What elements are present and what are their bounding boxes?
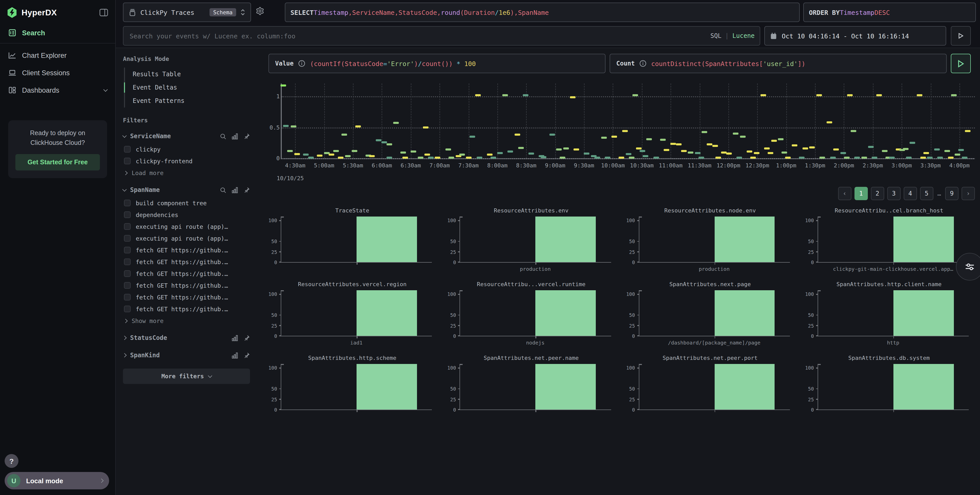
facet-chart[interactable]: SpanAttributes.net.peer.name10050250z5nr… xyxy=(444,355,618,414)
search-run-button[interactable] xyxy=(951,26,971,46)
filter-option[interactable]: fetch GET https://github.… xyxy=(123,291,250,303)
filter-option[interactable]: fetch GET https://github.… xyxy=(123,256,250,268)
pagination-page-3[interactable]: 3 xyxy=(887,187,900,200)
facet-chart[interactable]: SpanAttributes.db.system10050250clickhou… xyxy=(802,355,976,414)
schema-badge: Schema xyxy=(210,8,236,16)
search-input[interactable] xyxy=(129,32,706,40)
count-expression-input[interactable]: Count countDistinct(SpanAttributes['user… xyxy=(609,54,947,73)
data-point xyxy=(820,157,825,159)
analysis-mode-event-deltas[interactable]: Event Deltas xyxy=(125,81,250,94)
search-icon[interactable] xyxy=(220,133,226,140)
pagination-page-9[interactable]: 9 xyxy=(945,187,958,200)
facet-plot-area xyxy=(281,364,432,410)
pagination-prev[interactable]: ‹ xyxy=(838,187,851,200)
facet-chart[interactable]: SpanAttributes.http.client.name10050250h… xyxy=(802,281,976,348)
filter-option[interactable]: fetch GET https://github.… xyxy=(123,303,250,315)
checkbox[interactable] xyxy=(124,294,130,300)
checkbox[interactable] xyxy=(124,223,130,230)
facet-chart[interactable]: SpanAttributes.next.page10050250/dashboa… xyxy=(623,281,797,348)
pagination-page-1[interactable]: 1 xyxy=(854,187,868,200)
event-deltas-chart[interactable]: 00.514:30am5:00am5:30am6:00am6:30am7:00a… xyxy=(267,81,976,182)
checkbox[interactable] xyxy=(124,282,130,289)
facet-chart[interactable]: TraceState10050250 xyxy=(266,207,439,274)
value-expression-input[interactable]: Value (countIf(StatusCode='Error')/count… xyxy=(269,54,606,73)
facet-chart[interactable]: ResourceAttributes.node.env10050250produ… xyxy=(623,207,797,274)
filter-option-label: fetch GET https://github.… xyxy=(136,282,228,289)
filter-option[interactable]: executing api route (app)… xyxy=(123,221,250,232)
filter-group-header-spankind[interactable]: SpanKind xyxy=(123,348,250,362)
checkbox[interactable] xyxy=(124,211,130,218)
more-filters-button[interactable]: More filters xyxy=(123,368,250,384)
sql-mode-button[interactable]: SQL xyxy=(710,32,721,40)
pagination-page-5[interactable]: 5 xyxy=(920,187,933,200)
help-button[interactable]: ? xyxy=(5,454,18,468)
filter-group-header-statuscode[interactable]: StatusCode xyxy=(123,331,250,345)
facet-chart[interactable]: ResourceAttribu..cel.branch_host10050250… xyxy=(802,207,976,274)
get-started-button[interactable]: Get Started for Free xyxy=(15,154,100,170)
filter-option[interactable]: fetch GET https://github.… xyxy=(123,279,250,291)
facet-chart[interactable]: SpanAttributes.http.scheme10050250https xyxy=(266,355,439,414)
load-more-button[interactable]: Load more xyxy=(123,167,250,180)
checkbox[interactable] xyxy=(124,146,130,152)
checkbox[interactable] xyxy=(124,200,130,206)
filter-option-label: clickpy xyxy=(136,146,161,153)
show-more-button[interactable]: Show more xyxy=(123,315,250,328)
filter-option[interactable]: build component tree xyxy=(123,197,250,209)
filter-option[interactable]: dependencies xyxy=(123,209,250,221)
sidebar-item-search[interactable]: Search xyxy=(0,24,115,41)
gear-icon[interactable] xyxy=(256,7,264,15)
sidebar-item-dashboards[interactable]: Dashboards xyxy=(0,81,115,99)
bars-icon[interactable] xyxy=(232,335,238,341)
facet-y-tick xyxy=(279,409,281,410)
filter-group-icons xyxy=(232,335,250,341)
filter-option[interactable]: fetch GET https://github.… xyxy=(123,244,250,256)
filter-group-header-spanname[interactable]: SpanName xyxy=(123,183,250,197)
data-point xyxy=(291,126,296,128)
run-analysis-button[interactable] xyxy=(951,54,971,73)
facet-chart[interactable]: ResourceAttributes.env10050250production xyxy=(444,207,618,274)
checkbox[interactable] xyxy=(124,247,130,253)
pin-icon[interactable] xyxy=(243,133,250,140)
x-tick-label: 7:30am xyxy=(458,162,479,169)
order-by-input[interactable]: ORDER BY Timestamp DESC xyxy=(803,3,976,22)
pagination-page-4[interactable]: 4 xyxy=(904,187,917,200)
facet-chart[interactable]: ResourceAttributes.vercel.region10050250… xyxy=(266,281,439,348)
filter-group-header-servicename[interactable]: ServiceName xyxy=(123,129,250,143)
facet-chart[interactable]: ResourceAttribu...vercel.runtime10050250… xyxy=(444,281,618,348)
checkbox[interactable] xyxy=(124,270,130,277)
checkbox[interactable] xyxy=(124,235,130,242)
sidebar-item-client-sessions[interactable]: Client Sessions xyxy=(0,64,115,81)
user-menu[interactable]: U Local mode xyxy=(5,472,109,489)
data-point xyxy=(944,150,950,152)
sidebar-item-chart-explorer[interactable]: Chart Explorer xyxy=(0,47,115,64)
search-icon[interactable] xyxy=(220,187,226,193)
pin-icon[interactable] xyxy=(243,352,250,359)
filter-option[interactable]: executing api route (app)… xyxy=(123,232,250,244)
time-range-picker[interactable]: Oct 10 04:16:14 - Oct 10 16:16:14 xyxy=(764,26,946,46)
checkbox[interactable] xyxy=(124,259,130,265)
bars-icon[interactable] xyxy=(232,352,238,359)
select-clause-input[interactable]: SELECT Timestamp, ServiceName, StatusCod… xyxy=(285,3,800,22)
pin-icon[interactable] xyxy=(243,187,250,193)
filter-option-label: fetch GET https://github.… xyxy=(136,270,228,277)
pagination-next[interactable]: › xyxy=(962,187,975,200)
data-point xyxy=(369,155,375,157)
facet-chart[interactable]: SpanAttributes.net.peer.port100502508443 xyxy=(623,355,797,414)
filter-option[interactable]: fetch GET https://github.… xyxy=(123,268,250,279)
collapse-sidebar-icon[interactable] xyxy=(99,9,108,16)
filter-option[interactable]: clickpy xyxy=(123,143,250,155)
bars-icon[interactable] xyxy=(232,133,238,140)
pin-icon[interactable] xyxy=(243,335,250,341)
analysis-mode-event-patterns[interactable]: Event Patterns xyxy=(125,94,250,108)
analysis-mode-results-table[interactable]: Results Table xyxy=(125,68,250,81)
pagination-page-2[interactable]: 2 xyxy=(871,187,884,200)
bars-icon[interactable] xyxy=(232,187,238,193)
chevron-right-icon xyxy=(124,171,128,175)
lucene-mode-button[interactable]: Lucene xyxy=(732,32,755,40)
checkbox[interactable] xyxy=(124,306,130,312)
data-source-select[interactable]: ClickPy Traces Schema xyxy=(123,3,251,22)
data-point xyxy=(698,157,704,159)
filter-option[interactable]: clickpy-frontend xyxy=(123,155,250,167)
checkbox[interactable] xyxy=(124,158,130,164)
x-tick-label: 11:00am xyxy=(659,162,682,169)
